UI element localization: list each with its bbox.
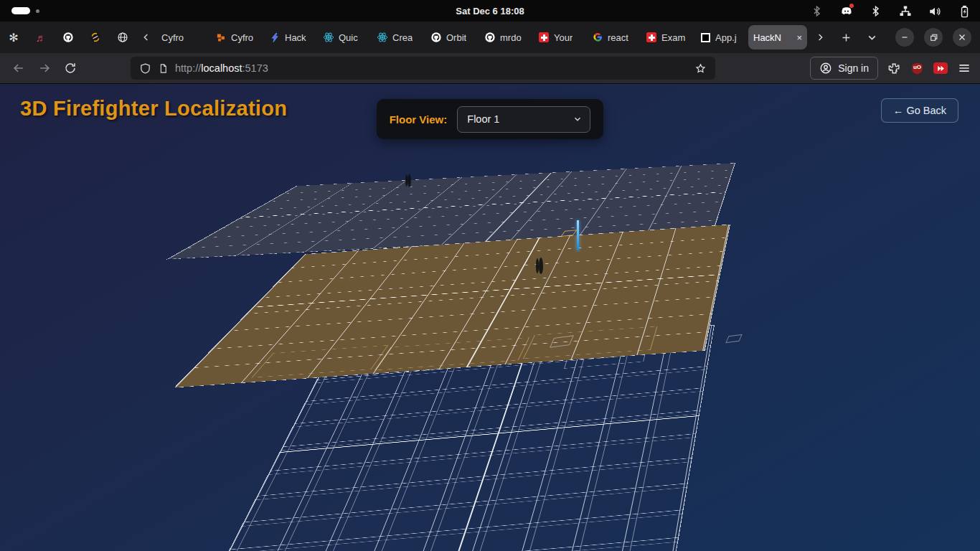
chevron-down-icon (573, 114, 583, 124)
room-outline (252, 345, 389, 377)
github-icon (62, 32, 74, 43)
swiss-cross-icon (538, 32, 550, 43)
marker-body (407, 174, 411, 187)
url-bar[interactable]: http://localhost:5173 (131, 57, 715, 80)
ublock-icon[interactable]: uO (910, 62, 924, 75)
pinned-tab-music[interactable]: ♬ (27, 25, 55, 50)
tab-exam[interactable]: Exam (641, 25, 694, 50)
minimize-button[interactable] (895, 28, 914, 47)
url-text[interactable]: http://localhost:5173 (175, 62, 268, 74)
tab-react[interactable]: react (587, 25, 641, 50)
bluetooth-icon (870, 5, 882, 17)
bookmark-star-icon[interactable] (694, 62, 707, 75)
firefighter-marker-middle (536, 260, 543, 273)
floor-plan-glyph (725, 334, 743, 343)
app-page: 3D Firefighter Localization Floor View: … (0, 84, 980, 551)
swiss-cross-icon (646, 32, 657, 43)
restore-button[interactable] (924, 28, 943, 47)
battery-charging-icon (958, 5, 970, 17)
pinned-tab-github[interactable] (55, 25, 82, 50)
cyfro-blocks-icon (215, 32, 227, 43)
forward-button[interactable] (32, 56, 57, 80)
tab-label: Orbit (446, 32, 466, 43)
tab-quic[interactable]: Quic (318, 25, 372, 50)
discord-notification-dot (849, 4, 854, 8)
tab-mrdo[interactable]: mrdo (479, 25, 533, 50)
page-title: 3D Firefighter Localization (20, 97, 287, 121)
music-notes-icon: ♬ (36, 32, 47, 44)
tab-label: Cyfro (161, 32, 184, 43)
lightning-icon (269, 32, 281, 43)
floor-view-label: Floor View: (390, 113, 448, 126)
network-icon (899, 5, 911, 17)
system-tray[interactable] (811, 0, 970, 22)
tab-cyfro-1[interactable]: Cyfro (156, 25, 210, 50)
tab-crea[interactable]: Crea (372, 25, 425, 50)
scroll-tabs-right-button[interactable] (807, 25, 833, 50)
fast-forward-extension-icon[interactable] (933, 62, 948, 74)
shield-icon[interactable] (139, 62, 151, 75)
beacon-line (577, 220, 579, 250)
tab-cyfro-2[interactable]: Cyfro (210, 25, 264, 50)
tab-label: Your (554, 32, 573, 43)
tab-label: mrdo (500, 32, 522, 43)
floor-view-panel: Floor View: Floor 1 (377, 99, 603, 139)
google-icon (592, 32, 603, 43)
room-outline (523, 326, 657, 359)
account-icon (819, 62, 832, 75)
square-outline-icon (699, 32, 711, 43)
back-button[interactable] (6, 56, 32, 80)
tab-label: Exam (661, 32, 685, 43)
new-tab-button[interactable] (833, 25, 859, 50)
system-top-bar: Sat Dec 6 18:08 (0, 0, 980, 22)
toolbar-right-cluster: Sign in uO (810, 57, 974, 80)
extensions-puzzle-icon[interactable] (887, 62, 901, 75)
tab-hack[interactable]: Hack (264, 25, 318, 50)
scroll-tabs-left-button[interactable] (136, 25, 156, 50)
tab-your[interactable]: Your (533, 25, 587, 50)
sign-in-button[interactable]: Sign in (810, 57, 878, 80)
react-icon (377, 32, 388, 43)
ublock-label: uO (910, 64, 924, 70)
github-icon (430, 32, 442, 43)
pinned-tab-globe[interactable] (109, 25, 136, 50)
floor-select-value: Floor 1 (467, 113, 499, 125)
url-scheme: http:// (175, 62, 201, 74)
yellow-circle-icon (90, 32, 101, 43)
tab-label: react (608, 32, 628, 43)
sign-in-label: Sign in (838, 62, 869, 74)
list-all-tabs-button[interactable] (859, 25, 885, 50)
window-controls (895, 28, 980, 47)
chatgpt-icon: ✻ (9, 31, 18, 44)
go-back-button[interactable]: ← Go Back (881, 98, 958, 123)
reload-button[interactable] (57, 56, 83, 80)
page-info-icon[interactable] (158, 63, 169, 74)
close-tab-icon[interactable]: × (796, 32, 802, 43)
firefighter-marker-top (405, 176, 411, 186)
url-host: localhost (201, 62, 242, 74)
marker-body (539, 258, 543, 274)
browser-tab-strip: ✻ ♬ Cyfro Cyfro Hack Quic Crea Orbit mrd… (0, 22, 980, 53)
tab-orbit[interactable]: Orbit (425, 25, 479, 50)
tab-label: HackN (753, 32, 781, 43)
github-icon (484, 32, 496, 43)
tab-label: Crea (392, 32, 413, 43)
menu-hamburger-icon[interactable] (957, 61, 971, 75)
tab-hackn-active[interactable]: HackN × (748, 25, 807, 50)
tab-label: App.j (715, 32, 737, 43)
browser-toolbar: http://localhost:5173 Sign in uO (0, 53, 980, 84)
url-port: :5173 (242, 62, 268, 74)
tab-appj[interactable]: App.j (694, 25, 748, 50)
go-back-label: ← Go Back (893, 105, 946, 116)
bluetooth-dim-icon (811, 5, 823, 17)
pinned-tab-chatgpt[interactable]: ✻ (0, 25, 27, 50)
threejs-scene[interactable] (0, 84, 980, 551)
tab-label: Quic (339, 32, 358, 43)
volume-icon (928, 5, 941, 17)
globe-icon (117, 32, 128, 43)
discord-icon (840, 5, 852, 17)
react-icon (323, 32, 334, 43)
pinned-tab-yellow[interactable] (82, 25, 109, 50)
close-window-button[interactable] (953, 28, 971, 47)
floor-select[interactable]: Floor 1 (457, 106, 590, 133)
